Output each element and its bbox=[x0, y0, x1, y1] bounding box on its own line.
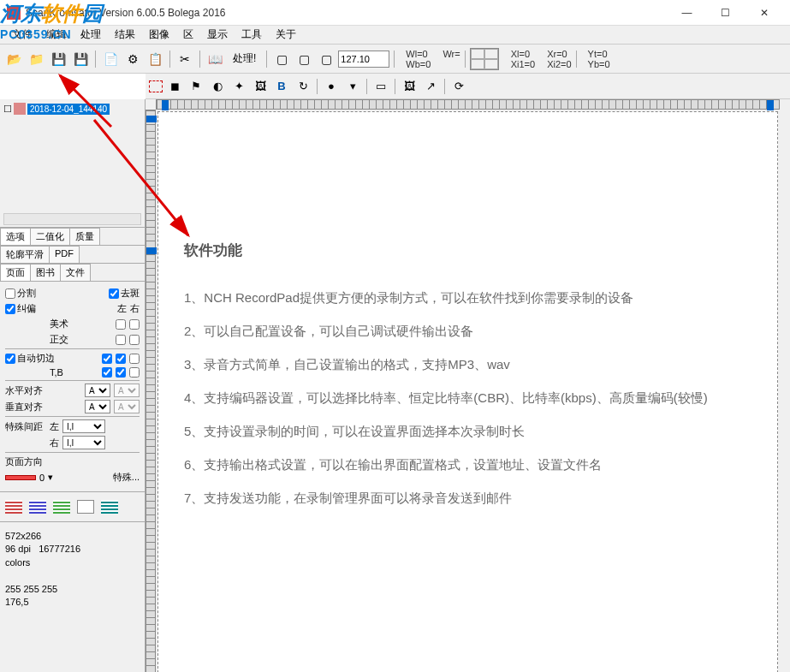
doc-line: 5、支持设置录制的时间，可以在设置界面选择本次录制时长 bbox=[184, 414, 751, 448]
split-checkbox[interactable]: 分割 bbox=[5, 287, 36, 300]
zoom-combo[interactable] bbox=[338, 51, 389, 68]
open-file-icon[interactable]: 📁 bbox=[26, 49, 46, 69]
wand-icon[interactable]: ✦ bbox=[229, 77, 248, 96]
thumb-scrollbar[interactable] bbox=[3, 213, 141, 225]
pagedir-dropdown-icon[interactable]: ▾ bbox=[48, 472, 53, 483]
special-link[interactable]: 特殊... bbox=[113, 471, 140, 484]
tb-cb1[interactable] bbox=[102, 367, 112, 378]
view-mode-4[interactable] bbox=[77, 500, 94, 514]
view-mode-2[interactable] bbox=[29, 500, 46, 514]
contrast-icon[interactable]: ◐ bbox=[208, 77, 227, 96]
menu-tools[interactable]: 工具 bbox=[235, 26, 269, 44]
cut-icon[interactable]: ✂ bbox=[175, 49, 195, 69]
gear-icon[interactable]: ⚙ bbox=[122, 49, 143, 69]
doc3-icon[interactable]: ▢ bbox=[316, 49, 336, 69]
autocut-cb3[interactable] bbox=[129, 354, 140, 364]
document-canvas[interactable]: 软件功能 1、NCH RecordPad提供更方便的录制方式，可以在软件找到你需… bbox=[157, 111, 778, 672]
maximize-button[interactable]: ☐ bbox=[706, 1, 745, 25]
gap-left-select[interactable]: I,I bbox=[62, 419, 105, 433]
art-right-checkbox[interactable] bbox=[129, 319, 140, 330]
info-xr: Xr=0 bbox=[547, 49, 571, 59]
menu-image[interactable]: 图像 bbox=[142, 26, 176, 44]
ortho-right-checkbox[interactable] bbox=[129, 335, 140, 345]
checkbox-icon[interactable]: ☐ bbox=[3, 104, 12, 115]
menu-edit[interactable]: 编辑 bbox=[39, 26, 74, 44]
grid-selector[interactable] bbox=[470, 48, 499, 70]
bold-icon[interactable]: B bbox=[272, 77, 291, 96]
menu-process[interactable]: 处理 bbox=[74, 26, 108, 44]
ruler-horizontal[interactable] bbox=[156, 99, 780, 110]
arrow-icon[interactable]: ↗ bbox=[421, 77, 440, 96]
art-left-checkbox[interactable] bbox=[116, 319, 126, 330]
doc1-icon[interactable]: ▢ bbox=[271, 49, 292, 69]
valign-select-1[interactable]: A bbox=[85, 400, 110, 413]
list-icon[interactable]: 📋 bbox=[145, 49, 165, 69]
despeckle-checkbox[interactable]: 去斑 bbox=[109, 287, 140, 300]
tab-pdf[interactable]: PDF bbox=[49, 246, 80, 263]
save-icon[interactable]: 💾 bbox=[48, 49, 68, 69]
rotate-icon[interactable]: ↻ bbox=[294, 77, 312, 96]
menu-zone[interactable]: 区 bbox=[176, 26, 200, 44]
tab-page[interactable]: 页面 bbox=[0, 264, 31, 281]
image-info: 572x266 96 dpi 16777216 colors 255 255 2… bbox=[0, 525, 145, 614]
autocut-cb2[interactable] bbox=[116, 354, 126, 364]
tab-file[interactable]: 文件 bbox=[60, 264, 91, 281]
picture-icon[interactable]: 🖼 bbox=[251, 77, 270, 96]
autocut-cb1[interactable] bbox=[102, 354, 112, 364]
flag-icon[interactable]: ⚑ bbox=[187, 77, 205, 96]
doc-line: 2、可以自己配置设备，可以自己调试硬件输出设备 bbox=[184, 314, 751, 348]
gap-right-select[interactable]: I,I bbox=[62, 436, 105, 449]
circle-icon[interactable]: ● bbox=[322, 77, 341, 96]
ruler-mark-h2[interactable] bbox=[767, 100, 774, 110]
tab-book[interactable]: 图书 bbox=[30, 264, 61, 281]
doc-line: 1、NCH RecordPad提供更方便的录制方式，可以在软件找到你需要录制的设… bbox=[184, 281, 751, 314]
ruler-vertical[interactable] bbox=[146, 110, 156, 672]
open-folder-icon[interactable]: 📂 bbox=[3, 49, 24, 69]
info-yb: Yb=0 bbox=[588, 59, 610, 69]
process-button[interactable]: 处理! bbox=[227, 49, 262, 68]
book-icon[interactable]: 📖 bbox=[205, 49, 225, 69]
info-xi1: Xi1=0 bbox=[511, 59, 535, 69]
valign-select-2[interactable]: A bbox=[114, 400, 140, 413]
titlebar: ScanKromsator Version 6.00.5 Bolega 2016… bbox=[0, 0, 790, 26]
page-icon[interactable]: 📄 bbox=[100, 49, 121, 69]
close-button[interactable]: ✕ bbox=[745, 1, 783, 25]
select-icon[interactable] bbox=[149, 80, 163, 92]
info-wr: Wr= bbox=[443, 49, 460, 69]
ruler-mark-v2[interactable] bbox=[146, 247, 157, 254]
image-icon[interactable]: 🖼 bbox=[400, 77, 419, 96]
ruler-mark-h1[interactable] bbox=[162, 100, 169, 110]
minimize-button[interactable]: — bbox=[668, 1, 706, 25]
halign-select-2[interactable]: A bbox=[114, 384, 140, 397]
deskew-checkbox[interactable]: 纠偏 bbox=[5, 302, 36, 315]
doc-line: 6、支持输出格式设置，可以在输出界面配置格式，设置地址、设置文件名 bbox=[184, 448, 751, 481]
tb-cb3[interactable] bbox=[129, 367, 140, 378]
tb-cb2[interactable] bbox=[116, 367, 126, 378]
ruler-mark-v1[interactable] bbox=[146, 116, 157, 122]
pagedir-bar bbox=[5, 475, 36, 480]
tab-smooth[interactable]: 轮廓平滑 bbox=[0, 246, 50, 263]
view-mode-3[interactable] bbox=[53, 500, 70, 514]
doc2-icon[interactable]: ▢ bbox=[294, 49, 314, 69]
tab-quality[interactable]: 质量 bbox=[69, 228, 100, 245]
dashed-rect-icon[interactable]: ▭ bbox=[371, 77, 390, 96]
menu-view[interactable]: 显示 bbox=[200, 26, 235, 44]
view-mode-1[interactable] bbox=[5, 500, 22, 514]
tab-binarize[interactable]: 二值化 bbox=[30, 228, 70, 245]
tb-label: T,B bbox=[50, 367, 63, 378]
autocut-checkbox[interactable]: 自动切边 bbox=[5, 352, 55, 365]
view-mode-5[interactable] bbox=[101, 500, 118, 514]
refresh-icon[interactable]: ⟳ bbox=[449, 77, 468, 96]
halign-select-1[interactable]: A bbox=[85, 384, 110, 397]
menu-result[interactable]: 结果 bbox=[108, 26, 142, 44]
ortho-left-checkbox[interactable] bbox=[116, 335, 126, 345]
menu-file[interactable]: 文件 bbox=[5, 26, 39, 44]
save-as-icon[interactable]: 💾 bbox=[70, 49, 91, 69]
thumbnail-item[interactable]: ☐ 2018-12-04_144140 bbox=[3, 103, 141, 115]
tab-options[interactable]: 选项 bbox=[0, 228, 31, 245]
menu-about[interactable]: 关于 bbox=[269, 26, 303, 44]
window-title: ScanKromsator Version 6.00.5 Bolega 2016 bbox=[26, 7, 668, 19]
dropdown-icon[interactable]: ▾ bbox=[343, 77, 362, 96]
info-yt: Yt=0 bbox=[588, 49, 610, 59]
fill-icon[interactable]: ◼ bbox=[165, 77, 184, 96]
